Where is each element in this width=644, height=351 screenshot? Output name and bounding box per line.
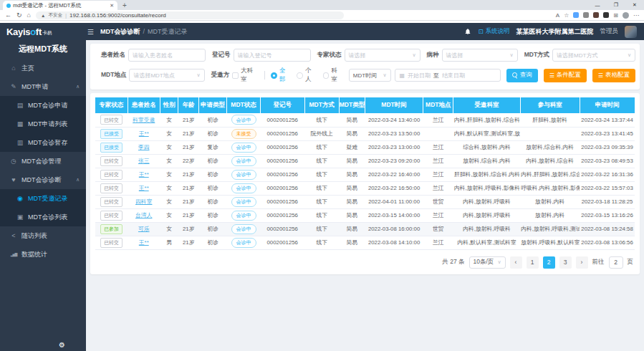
patient-name-link[interactable]: 李四 bbox=[138, 144, 150, 150]
gear-icon[interactable]: ⚙ bbox=[59, 341, 65, 349]
mdt-time-cell: 2022-03-24 13:40:00 bbox=[365, 113, 423, 127]
condition-config-button[interactable]: ☰条件配置 bbox=[544, 69, 587, 82]
patient-name-link[interactable]: 王** bbox=[139, 185, 149, 191]
patient-name-input[interactable] bbox=[128, 49, 206, 62]
patient-name-link[interactable]: 王** bbox=[139, 239, 149, 246]
date-range-picker[interactable]: ▦ 开始日期 至 结束日期 bbox=[395, 69, 501, 82]
close-button[interactable]: ✕ bbox=[625, 0, 644, 10]
sidebar-item-statistics[interactable]: ▂▅▇数据统计 bbox=[0, 245, 86, 264]
browser-profile-avatar[interactable] bbox=[623, 12, 629, 19]
sidebar-collapse-icon[interactable]: ☰ bbox=[87, 28, 94, 36]
search-button[interactable]: 查询 bbox=[506, 69, 538, 82]
tab-close-icon[interactable]: ✕ bbox=[110, 3, 114, 9]
page-number-button[interactable]: 3 bbox=[559, 256, 572, 269]
table-row[interactable]: 已转交王**女21岁初诊会诊中0002001256线下简易2022-03-22 … bbox=[95, 168, 635, 181]
address-bar[interactable]: ▲ 不安全 | 192.168.0.156:9002/consultate/re… bbox=[36, 11, 344, 19]
apply-type-cell: 初诊 bbox=[199, 127, 227, 140]
mdt-mode-select[interactable]: 请选择MDT方式∨ bbox=[552, 49, 635, 62]
patient-name-link[interactable]: 台湾人 bbox=[135, 212, 152, 218]
radio-dept[interactable] bbox=[323, 72, 330, 79]
back-button[interactable]: ← bbox=[5, 12, 11, 19]
minimize-button[interactable]: — bbox=[588, 0, 607, 10]
refresh-button[interactable]: ↻ bbox=[16, 12, 22, 19]
favorite-star-icon[interactable]: ☆ bbox=[564, 12, 569, 19]
mdt-mode-cell: 线下 bbox=[304, 154, 339, 168]
extension-icon[interactable] bbox=[583, 12, 589, 18]
age-cell: 22岁 bbox=[178, 154, 199, 168]
sidebar-item-mdt-apply-list[interactable]: ▦MDT申请列表 bbox=[0, 115, 86, 133]
radio-personal[interactable] bbox=[297, 72, 303, 79]
patient-name-link[interactable]: 王** bbox=[139, 171, 149, 178]
mdt-type-cell: 简易 bbox=[339, 236, 365, 249]
table-row[interactable]: 已接受王**女21岁初诊未接受0002001256院外线上简易2022-03-2… bbox=[95, 127, 635, 140]
prev-page-button[interactable]: ‹ bbox=[510, 256, 522, 269]
patient-name-cell: 张三 bbox=[128, 154, 160, 168]
extension-icon[interactable] bbox=[603, 12, 609, 18]
app-logo: Kayisoft卡易 bbox=[0, 27, 86, 37]
patient-name-link[interactable]: 张三 bbox=[138, 158, 150, 164]
text-size-button[interactable]: A bbox=[556, 12, 559, 19]
split-screen-button[interactable]: ⊞ bbox=[613, 12, 618, 19]
mdt-status-cell: 会诊中 bbox=[227, 181, 261, 195]
mdt-status-badge: 会诊中 bbox=[231, 115, 256, 125]
new-tab-button[interactable]: + bbox=[122, 1, 127, 10]
extension-icon[interactable] bbox=[593, 12, 599, 18]
sidebar-item-mdt-invite-record[interactable]: ◉MDT受邀记录 bbox=[0, 189, 86, 208]
table-row[interactable]: 已转交张三女22岁初诊会诊中0002001256线下简易2022-03-23 0… bbox=[95, 154, 635, 168]
column-header: MDT地点 bbox=[423, 97, 453, 113]
table-row[interactable]: 已转交王**女21岁初诊会诊中0002001256线下简易2022-03-22 … bbox=[95, 181, 635, 195]
extension-icon[interactable] bbox=[573, 12, 579, 18]
table-row[interactable]: 已转交王**男21岁初诊会诊中0002001256线下简易2022-03-08 … bbox=[95, 236, 635, 249]
radio-all[interactable] bbox=[271, 72, 277, 79]
sidebar-item-mdt-apply[interactable]: ✎MDT申请∧ bbox=[0, 77, 86, 96]
joined-depts-cell: 放射科,内科 bbox=[520, 195, 580, 208]
mdt-status-badge: 会诊中 bbox=[231, 156, 256, 166]
mdt-place-select[interactable]: 请选择MDT地点∨ bbox=[129, 69, 204, 82]
user-role: 管理员 bbox=[600, 27, 619, 36]
table-row[interactable]: 已参加可乐女21岁初诊会诊中0002001256线下简易2022-03-08 1… bbox=[95, 222, 635, 236]
next-page-button[interactable]: › bbox=[576, 256, 588, 269]
mdt-status-badge: 会诊中 bbox=[231, 224, 256, 234]
mdt-place-cell: 兰江 bbox=[423, 140, 453, 154]
gender-cell: 女 bbox=[160, 154, 178, 168]
expert-status-select[interactable]: 请选择∨ bbox=[345, 49, 420, 62]
patient-name-link[interactable]: 科室受邀 bbox=[133, 117, 155, 123]
table-row[interactable]: 已转交四科室女21岁初诊会诊中0002001256线下简易2022-04-01 … bbox=[95, 195, 635, 208]
apply-time-cell: 2022-03-23 13:41:45 bbox=[580, 127, 635, 140]
page-number-button[interactable]: 1 bbox=[527, 256, 539, 269]
sidebar-item-mdt-draft[interactable]: ▥MDT会诊暂存 bbox=[0, 133, 86, 152]
time-type-select[interactable]: MDT时间∨ bbox=[349, 69, 391, 82]
mdt-mode-cell: 线下 bbox=[304, 113, 339, 127]
home-button[interactable]: ⌂ bbox=[27, 12, 31, 19]
notification-bell-icon[interactable] bbox=[464, 28, 471, 35]
goto-page-input[interactable] bbox=[609, 256, 623, 269]
sidebar-item-mdt-diagnosis[interactable]: ♥MDT会诊诊断∧ bbox=[0, 170, 86, 189]
maximize-button[interactable]: ❐ bbox=[607, 0, 625, 10]
apply-type-cell: 初诊 bbox=[199, 168, 227, 181]
table-row[interactable]: 已转交科室受邀女21岁初诊会诊中0002001256线下简易2022-03-24… bbox=[95, 113, 635, 127]
expert-status-cell: 已参加 bbox=[95, 222, 128, 236]
expert-status-cell: 已转交 bbox=[95, 168, 128, 181]
patient-name-link[interactable]: 可乐 bbox=[138, 226, 150, 232]
table-config-button[interactable]: ☰表格配置 bbox=[592, 69, 635, 82]
browser-tab[interactable]: mdt受邀记录 - 远程MDT系统 ✕ bbox=[3, 1, 117, 10]
table-row[interactable]: 已接受李四女21岁复诊会诊中0002001256线下疑难2022-03-23 1… bbox=[95, 140, 635, 154]
more-menu-button[interactable]: ⋯ bbox=[633, 12, 639, 19]
patient-name-link[interactable]: 四科室 bbox=[135, 198, 152, 205]
table-row[interactable]: 已转交台湾人女21岁初诊会诊中0002001256线下简易2022-03-15 … bbox=[95, 208, 635, 222]
sidebar-item-home[interactable]: ⌂主页 bbox=[0, 59, 86, 77]
register-no-input[interactable] bbox=[234, 49, 311, 62]
sidebar-item-mdt-consult-list[interactable]: ▣MDT会诊列表 bbox=[0, 208, 86, 226]
sidebar-item-followup[interactable]: <随访列表 bbox=[0, 226, 86, 245]
page-size-select[interactable]: 10条/页∨ bbox=[469, 256, 506, 269]
disease-select[interactable]: 请选择∨ bbox=[442, 49, 518, 62]
sidebar-item-mdt-manage[interactable]: ◷MDT会诊管理 bbox=[0, 152, 86, 170]
page-number-button[interactable]: 2 bbox=[543, 256, 555, 269]
user-avatar[interactable] bbox=[625, 26, 637, 38]
system-help-link[interactable]: ⊡系统说明 bbox=[478, 27, 509, 36]
patient-name-link[interactable]: 王** bbox=[139, 130, 149, 137]
mdt-type-cell: 简易 bbox=[339, 154, 365, 168]
breadcrumb-section[interactable]: MDT会诊诊断 bbox=[100, 27, 140, 37]
sidebar-item-mdt-consult-apply[interactable]: ▤MDT会诊申请 bbox=[0, 96, 86, 115]
big-dept-checkbox[interactable] bbox=[232, 72, 239, 79]
